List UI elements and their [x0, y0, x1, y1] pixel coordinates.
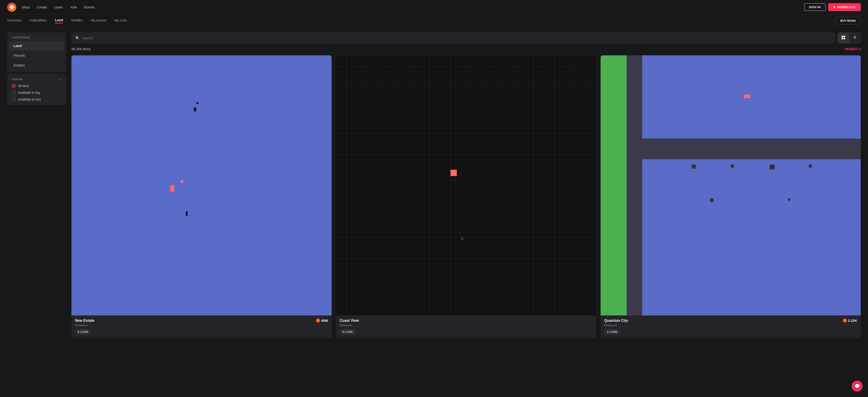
card-blockchain: Ethereum [75, 324, 328, 327]
tab-my-assets[interactable]: My Assets [91, 18, 106, 23]
mana-icon-3 [843, 319, 847, 323]
card-title-2: Coast View [340, 319, 359, 323]
tab-my-lists[interactable]: My Lists [114, 18, 127, 23]
sidebar: CATEGORIES Land Parcels Estates STATUS ∧… [7, 33, 66, 392]
nav-learn[interactable]: Learn [54, 5, 63, 9]
tab-collectibles[interactable]: Collectibles [30, 18, 47, 23]
tab-land[interactable]: Land [55, 18, 63, 24]
sidebar-item-estates[interactable]: Estates [9, 61, 64, 70]
card-info-coast-view: Coast View Ethereum 9 LAND [336, 316, 596, 338]
price-value: 65M [321, 319, 328, 323]
status-header: STATUS ∧ [12, 77, 61, 81]
categories-section: CATEGORIES Land Parcels Estates [7, 33, 66, 72]
chat-bubble-button[interactable]: 💬 [852, 381, 863, 392]
nav-events[interactable]: Events [84, 5, 94, 9]
card-title-row-2: Coast View [340, 319, 593, 323]
search-icon: 🔍 [75, 36, 80, 40]
status-label: STATUS [12, 78, 23, 81]
buy-mana-button[interactable]: BUY MANA [835, 17, 861, 24]
card-title: New Estate [75, 319, 94, 323]
card-badge: 5 LAND [75, 329, 91, 335]
grid-view-button[interactable] [838, 33, 849, 43]
secnav-right: BUY MANA [835, 17, 861, 24]
search-row: 🔍 [71, 33, 861, 43]
price-value-3: 2.22K [848, 319, 857, 323]
card-title-row: New Estate 65M [75, 319, 328, 323]
mana-icon [316, 319, 320, 323]
radio-rent-circle [12, 97, 16, 101]
svg-rect-3 [844, 38, 845, 39]
tab-overview[interactable]: Overview [7, 18, 22, 23]
signin-button[interactable]: SIGN IN [804, 3, 826, 11]
card-thumb-new-estate [71, 55, 332, 316]
nav-shop[interactable]: Shop [22, 5, 30, 9]
map-canvas-3 [600, 55, 861, 316]
card-new-estate[interactable]: New Estate 65M Ethereum 5 LAND [71, 55, 332, 338]
card-coast-view[interactable]: Coast View Ethereum 9 LAND [336, 55, 596, 338]
search-bar[interactable]: 🔍 [71, 33, 835, 43]
sort-label: NEWEST [845, 47, 858, 51]
card-thumb-quantum-city [600, 55, 861, 316]
map-view-button[interactable] [849, 33, 861, 43]
download-button[interactable]: DOWNLOAD [828, 3, 861, 11]
card-badge-2: 9 LAND [340, 329, 355, 335]
status-radio-group: All land Available to buy Available to r… [12, 84, 61, 101]
nav-vote[interactable]: Vote [70, 5, 77, 9]
results-count: 95.456 items [71, 47, 91, 51]
svg-rect-1 [844, 36, 845, 37]
card-price: 65M [316, 319, 328, 323]
sidebar-item-land[interactable]: Land [9, 41, 64, 51]
status-section: STATUS ∧ All land Available to buy Avail… [7, 74, 66, 105]
sidebar-item-parcels[interactable]: Parcels [9, 51, 64, 60]
card-thumb-coast-view [336, 55, 596, 316]
chevron-up-icon[interactable]: ∧ [59, 77, 61, 81]
nav-create[interactable]: Create [37, 5, 47, 9]
radio-buy-label: Available to buy [18, 91, 40, 94]
radio-rent-label: Available to rent [18, 98, 41, 101]
search-input[interactable] [82, 33, 831, 43]
view-toggle [837, 33, 861, 43]
radio-all-label: All land [18, 84, 29, 88]
nav-actions: SIGN IN DOWNLOAD [804, 3, 861, 11]
card-info-new-estate: New Estate 65M Ethereum 5 LAND [71, 316, 332, 338]
app-logo[interactable] [7, 3, 16, 12]
categories-label: CATEGORIES [7, 33, 66, 41]
card-title-row-3: Quantum City 2.22K [604, 319, 857, 323]
tab-names[interactable]: NAMEs [71, 18, 83, 23]
card-quantum-city[interactable]: Quantum City 2.22K Ethereum 2 LAND [600, 55, 861, 338]
card-blockchain-2: Ethereum [340, 324, 593, 327]
secondary-navigation: Overview Collectibles Land NAMEs My Asse… [0, 14, 868, 27]
sort-arrow-icon: ▾ [859, 47, 861, 51]
card-info-quantum-city: Quantum City 2.22K Ethereum 2 LAND [600, 316, 861, 338]
card-title-3: Quantum City [604, 319, 628, 323]
radio-buy-circle [12, 91, 16, 95]
radio-all-circle [12, 84, 16, 88]
nav-links: Shop Create Learn Vote Events [22, 5, 804, 9]
main-content: 🔍 [71, 33, 861, 392]
sort-button[interactable]: NEWEST ▾ [845, 47, 861, 51]
map-canvas-2 [336, 55, 596, 316]
radio-available-rent[interactable]: Available to rent [12, 97, 61, 101]
cards-grid: New Estate 65M Ethereum 5 LAND [71, 55, 861, 338]
results-meta: 95.456 items NEWEST ▾ [71, 47, 861, 51]
card-badge-3: 2 LAND [604, 329, 620, 335]
radio-available-buy[interactable]: Available to buy [12, 91, 61, 95]
map-canvas-1 [71, 55, 332, 316]
card-blockchain-3: Ethereum [604, 324, 857, 327]
main-layout: CATEGORIES Land Parcels Estates STATUS ∧… [0, 27, 868, 397]
radio-all-land[interactable]: All land [12, 84, 61, 88]
svg-rect-0 [842, 36, 843, 37]
svg-rect-2 [842, 38, 843, 39]
card-price-3: 2.22K [843, 319, 857, 323]
chat-icon: 💬 [855, 384, 860, 389]
top-navigation: Shop Create Learn Vote Events SIGN IN DO… [0, 0, 868, 14]
